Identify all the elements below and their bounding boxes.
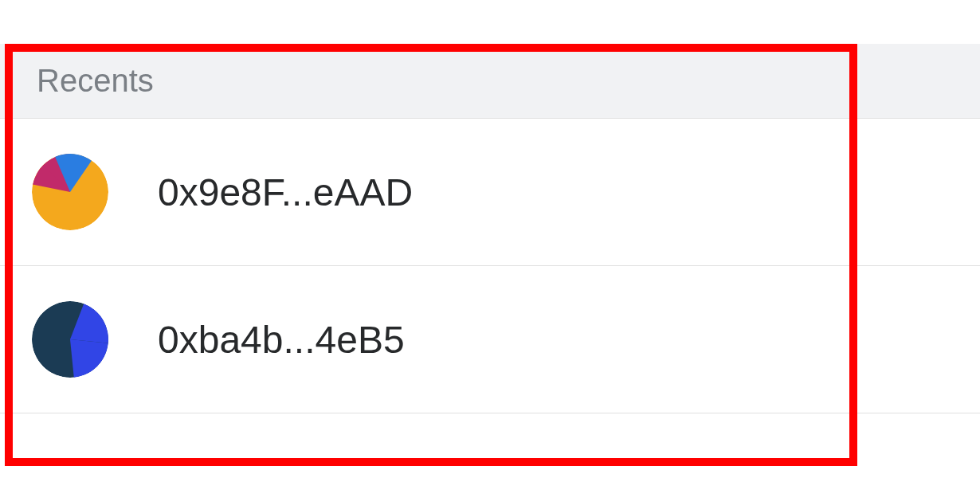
account-avatar-icon bbox=[32, 301, 108, 378]
recents-header-label: Recents bbox=[37, 63, 980, 99]
account-avatar-icon bbox=[32, 154, 108, 230]
recents-list: 0x9e8F...eAAD 0xba4b...4eB5 bbox=[0, 119, 980, 413]
account-address: 0xba4b...4eB5 bbox=[158, 318, 405, 362]
recents-panel: Recents 0x9e8F...eAAD bbox=[0, 44, 980, 413]
recents-item[interactable]: 0x9e8F...eAAD bbox=[0, 119, 980, 266]
recents-header: Recents bbox=[0, 44, 980, 119]
account-address: 0x9e8F...eAAD bbox=[158, 170, 413, 214]
recents-item[interactable]: 0xba4b...4eB5 bbox=[0, 266, 980, 413]
